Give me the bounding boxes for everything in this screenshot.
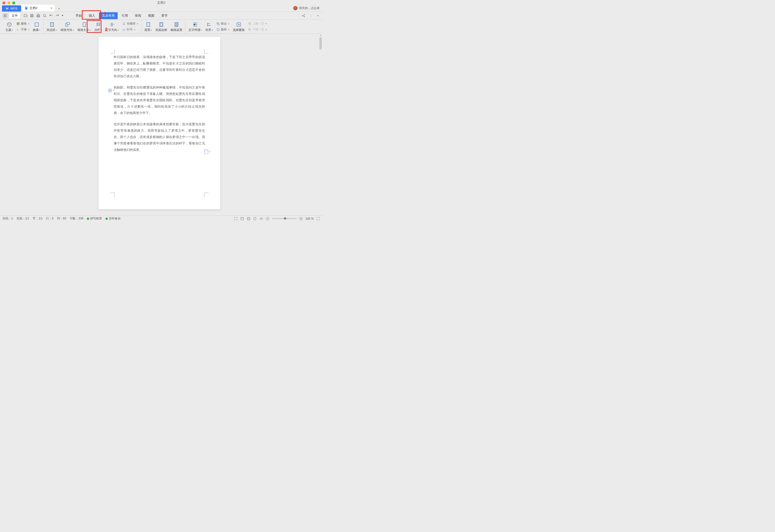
qat-more-icon[interactable]: ▾ [62,14,66,18]
selection-pane-icon [235,22,242,27]
columns-button[interactable]: 分栏 [93,21,103,34]
document-page[interactable]: 昨日因前日的熬夜，深感身体的疲倦，于是下班之后早早的就洗漱完毕，躺在床上，酝酿着… [98,37,220,209]
mac-window-controls [2,1,15,4]
send-backward-button[interactable]: 下移一层 [247,27,268,32]
fit-page-icon[interactable] [234,217,238,221]
tab-add-button[interactable]: ＋ [56,6,62,12]
scroll-thumb[interactable] [319,37,322,49]
color-button[interactable]: 颜色 [15,21,30,26]
preview-icon[interactable] [43,14,47,18]
margin-button[interactable]: 页边距 [46,21,58,34]
status-page[interactable]: 页面：1/1 [16,216,29,221]
backup-button[interactable]: 实时备份 [105,216,121,221]
align-icon [206,22,212,27]
open-icon[interactable] [24,14,27,18]
page-border-button[interactable]: 页面边框 [154,21,168,34]
paragraph[interactable]: 昨日因前日的熬夜，深感身体的疲倦，于是下班之后早早的就洗漱完毕，躺在床上，酝酿着… [114,54,205,79]
svg-rect-18 [51,23,53,26]
share-icon[interactable] [301,14,305,18]
orientation-button[interactable]: 纸张方向 [60,21,75,34]
tab-wps-label: WPS [10,7,18,10]
tab-reference[interactable]: 引用 [119,12,131,19]
mac-close-button[interactable] [2,1,5,4]
selection-pane-button[interactable]: 选择窗格 [232,21,245,34]
manuscript-button[interactable]: 稿纸设置 [170,21,183,34]
align-button[interactable]: 对齐 [204,21,214,34]
scroll-up-icon[interactable]: ▴ [318,34,322,37]
zoom-slider[interactable] [272,218,296,219]
svg-text:A: A [113,23,114,25]
menu-row: 文件 ▾ 开始 插入 页面布局 引用 审阅 视图 章节 ⋮ [0,12,322,20]
margin-corner-icon [110,193,115,197]
line-number-button[interactable]: 12行号 [121,27,139,32]
tab-insert[interactable]: 插入 [86,12,98,19]
background-button[interactable]: 背景 [143,21,153,34]
view-mode-2-icon[interactable] [246,217,250,221]
quick-access-toolbar: ▾ [24,14,66,18]
vertical-scrollbar[interactable]: ▴ [318,34,322,215]
rotate-button[interactable]: 旋转 [215,27,230,32]
align-label: 对齐 [205,28,213,32]
file-menu-button[interactable]: 文件 [9,12,21,19]
undo-icon[interactable] [49,14,53,18]
zoom-slider-thumb[interactable] [284,217,286,220]
wrap-button[interactable]: 文字环绕 [187,21,203,34]
doc-floating-icon [204,149,208,154]
more-icon[interactable]: ⋮ [309,14,312,17]
redo-icon[interactable] [55,14,59,18]
tab-chapter[interactable]: 章节 [158,12,171,19]
svg-point-7 [7,23,11,27]
status-column[interactable]: 列：83 [57,216,66,221]
ribbon-group-page-setup: 页边距 纸张方向 纸张大小 分栏 A 文字方向 分隔符 12行号 [44,20,141,34]
spellcheck-button[interactable]: 拼写检查 [87,216,102,221]
bring-forward-button[interactable]: 上移一层 [247,21,268,26]
zoom-level[interactable]: 100 % [305,217,314,220]
status-word-count[interactable]: 字数：336 [70,216,83,221]
user-area[interactable]: 明天的…点出来 [293,6,319,10]
document-body[interactable]: 昨日因前日的熬夜，深感身体的疲倦，于是下班之后早早的就洗漱完毕，躺在床上，酝酿着… [114,54,205,153]
font-button[interactable]: T字体 [15,27,30,32]
svg-rect-39 [254,217,256,220]
eye-icon[interactable] [259,217,263,221]
status-bar: 页码：1 页面：1/1 节：1/1 行：5 列：83 字数：336 拼写检查 实… [0,215,322,221]
size-button[interactable]: 纸张大小 [76,21,92,34]
doc-icon [24,6,28,10]
print-icon[interactable] [36,14,40,18]
mac-minimize-button[interactable] [7,1,10,4]
save-icon[interactable] [30,14,34,18]
paragraph[interactable]: 也许是午夜的静寂让本就疲倦的身体想要安歇，也许是曹先生的声音带有蛊惑的效力。我终… [114,121,205,153]
selection-pane-label: 选择窗格 [233,28,245,32]
tab-wps-home[interactable]: WPS [2,5,21,12]
text-direction-label: 文字方向 [105,28,119,32]
view-mode-3-icon[interactable] [253,217,257,221]
svg-rect-38 [247,217,250,220]
hamburger-button[interactable] [2,13,8,18]
svg-point-9 [9,23,10,24]
zoom-in-button[interactable] [299,217,303,221]
tab-strip: WPS 文档2 ＋ [0,5,322,12]
view-mode-1-icon[interactable] [240,217,244,221]
green-dot-icon [105,217,108,220]
theme-button[interactable]: 主题 [4,21,14,34]
effect-button[interactable]: 效果 [32,21,41,34]
tab-start[interactable]: 开始 [73,12,85,19]
tab-document[interactable]: 文档2 [22,5,55,12]
collapse-ribbon-icon[interactable] [316,14,319,17]
fullscreen-icon[interactable] [316,217,320,221]
paragraph[interactable]: 刷刷剧，和曹先生吐槽遇见的种种尴尬事情，不知觉间又是午夜时分。在曹先生的催促下准… [114,84,205,116]
status-section[interactable]: 节：1/1 [33,216,43,221]
bring-forward-icon [248,22,251,25]
tab-view[interactable]: 视图 [145,12,157,19]
paragraph-marker-button[interactable] [108,89,112,92]
status-line[interactable]: 行：5 [46,216,54,221]
mac-zoom-button[interactable] [12,1,15,4]
doc-floating-button[interactable] [204,149,210,154]
group-button[interactable]: 组合 [215,21,230,26]
effect-label: 效果 [33,28,40,32]
breaks-button[interactable]: 分隔符 [121,21,139,26]
tab-page-layout[interactable]: 页面布局 [99,12,118,19]
tab-review[interactable]: 审阅 [132,12,144,19]
status-page-number[interactable]: 页码：1 [2,216,13,221]
manuscript-icon [173,22,180,27]
zoom-out-button[interactable] [266,217,269,221]
